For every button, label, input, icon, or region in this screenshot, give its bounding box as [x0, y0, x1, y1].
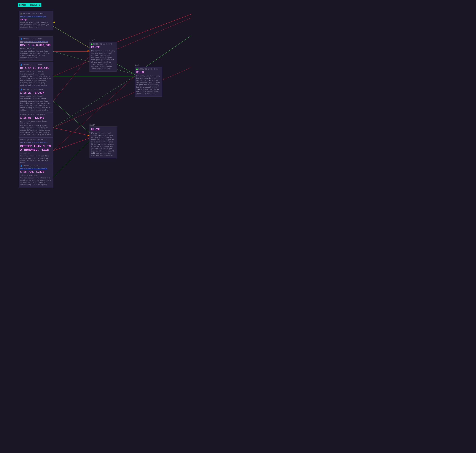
r1h2f-label: R1h2F: [90, 39, 95, 41]
start-card-text: Shall we play a game? Perhaps, The great…: [20, 22, 52, 28]
r1h02w-card: 👤 R1h02W (1 in 9) ROCK R1 1 in 9, 111,11…: [19, 62, 53, 90]
r1h06w-header: 👤 R1h06W (1 in 729): [20, 165, 52, 167]
r1h02w-text: And the second great cull survived, wher…: [20, 73, 52, 89]
person-icon-6: 👤: [20, 165, 22, 167]
r1h2f-dot: [91, 43, 92, 45]
r1h2f-header: R1h02W (1 in 3) ROCK: [91, 43, 115, 45]
svg-line-14: [53, 50, 94, 101]
r1hxf-arrow: ▶: [88, 134, 89, 137]
r1hxf-label: R1hXF: [90, 124, 95, 126]
person-icon-1: 👤: [20, 38, 22, 40]
r1h02w-subtitle: Paper beats rock.. again.: [20, 71, 52, 72]
svg-line-12: [53, 137, 94, 151]
r1h04w-card: R1h04W (1 in 81) Ambiguous 1 in 81, 12,3…: [19, 112, 53, 137]
start-card-section: Setup: [20, 18, 52, 21]
r1h2f-arrow: ▶: [88, 49, 89, 52]
r1h06w-card: 👤 R1h06W (1 in 729) https://youtu.be/vBG…: [19, 163, 53, 187]
r1h3l-text: I'm sorry you didn't win, but you should…: [136, 75, 161, 95]
svg-line-7: [53, 18, 191, 76]
page-title: START : Round 1: [18, 3, 41, 7]
svg-line-0: [53, 26, 94, 50]
svg-line-10: [53, 101, 94, 137]
r1h02w-title: R1 1 in 9, 111,111: [20, 67, 52, 70]
svg-line-15: [53, 76, 135, 128]
start-arrow: ◀: [53, 20, 55, 24]
r1h03w-subtitle: Paper beats rock thrice!: [20, 95, 52, 97]
r1h2f-card: R1h02W (1 in 3) ROCK ▶ R1h2F I'm sorry y…: [90, 42, 117, 72]
canvas: START : Round 1 🎬 R1 START PUBLIC VIDEO …: [0, 0, 213, 204]
film-icon: 🎬: [20, 13, 22, 15]
r1h2f-text: I'm sorry you didn't win, but you should…: [91, 50, 115, 70]
r1h05w-link[interactable]: https://youtu.be/ubv7op9366d: [20, 142, 52, 143]
r1h05w-subtitle: :: gasp ::: [20, 153, 52, 154]
start-card-link[interactable]: https://youtu.be/PmBmZXYp74: [20, 16, 52, 17]
r1h04w-subtitle: WHAAA HAAA HAAA! Paper beats rock, again…: [20, 120, 52, 124]
r1h04w-title: 1 in 81, 12,346: [20, 117, 52, 120]
r1h02w-header: 👤 R1h02W (1 in 9) ROCK: [20, 64, 52, 66]
r1h3l-label: R1h3L: [135, 64, 140, 66]
r1hxf-title: R1hXF: [91, 128, 115, 131]
r1h3l-header: R1h03W (1 in 9) ROCK: [136, 68, 161, 70]
r1h06w-subtitle: Scissors beat paper!: [20, 175, 52, 176]
r1hxf-text: I'm sorry you've just gotten knocked off…: [91, 132, 115, 157]
svg-line-11: [53, 67, 191, 128]
r1h03w-title: 1 in 27, 37,037: [20, 92, 52, 95]
r1h04w-header: R1h04W (1 in 81) Ambiguous: [20, 114, 52, 116]
r1h03w-header: 👤 R1h03W (1 in 27) ROCK: [20, 89, 52, 91]
r1h3l-dot: [136, 69, 138, 70]
r1h2f-title: R1h2F: [91, 46, 115, 49]
r1h05w-text: You know, you knew it was time to rock y…: [20, 155, 52, 164]
r1h06w-link[interactable]: https://youtu.be/vBGLfXUsed0: [20, 168, 52, 170]
start-card: 🎬 R1 START PUBLIC VIDEO https://youtu.be…: [19, 11, 53, 30]
r1hxf-card: ▶ R1hXF I'm sorry you've just gotten kno…: [90, 127, 117, 158]
r1h05w-title: BETTER THAN 1 IN A HUNDRED, 4115: [20, 145, 52, 152]
r1h05w-card: R1h05W (1 in 243) End of ... https://you…: [19, 137, 53, 165]
r1h01w-card: 👤 R1h01W (1 in 3) ROCK https://youtu.be/…: [19, 36, 53, 61]
r1h3l-title: R1h3L: [136, 71, 161, 74]
r1h06w-text: You did continue the streak and continue…: [20, 177, 52, 186]
r1h06w-title: 1 in 729, 1,372: [20, 171, 52, 174]
r1h04w-text: Now it's only 12,000 players left. You m…: [20, 125, 52, 136]
r1h05w-header: R1h05W (1 in 243) End of ...: [20, 139, 52, 141]
r1h01w-subtitle: Paper beats rock!: [20, 48, 52, 50]
svg-line-17: [53, 137, 94, 177]
r1h3l-card: R1h03W (1 in 9) ROCK R1h3L I'm sorry you…: [135, 67, 162, 97]
r1h01w-title: R1W: 1 in 3,333,333: [20, 44, 52, 47]
r1h01w-header: 👤 R1h01W (1 in 3) ROCK: [20, 38, 52, 40]
person-icon-2: 👤: [20, 64, 22, 66]
person-icon-3: 👤: [20, 89, 22, 91]
r1h01w-text: You out-mindgamed me and have survived T…: [20, 50, 52, 59]
r1h01w-link[interactable]: https://youtu.be/BlRs07fhev64: [20, 41, 52, 43]
start-card-header: 🎬 R1 START PUBLIC VIDEO: [20, 13, 52, 15]
